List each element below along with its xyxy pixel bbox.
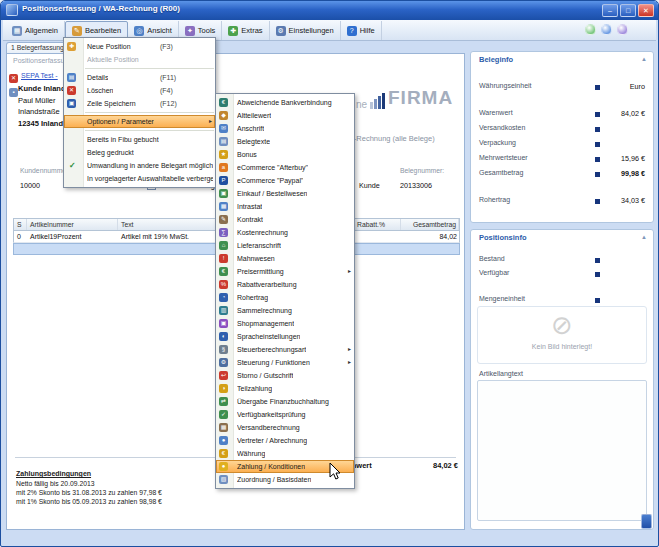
options-menu-item[interactable]: %Rabattverarbeitung xyxy=(216,278,354,291)
options-menu-item[interactable]: ◔Rohertrag xyxy=(216,291,354,304)
payment-line: mit 2% Skonto bis 31.08.2013 zu zahlen 9… xyxy=(16,488,162,497)
field-marker-icon xyxy=(595,127,600,132)
purple-sphere-icon[interactable] xyxy=(617,24,628,35)
edit-menu-item[interactable]: Optionen / Parameter▸ xyxy=(64,115,215,128)
options-menu-item[interactable]: ⌂Lieferanschrift xyxy=(216,239,354,252)
purchasing-icon: ▣ xyxy=(219,189,228,198)
options-menu-item[interactable]: ▣Shopmanagement xyxy=(216,317,354,330)
options-menu-item[interactable]: !Mahnwesen xyxy=(216,252,354,265)
options-menu-item[interactable]: €Preisermittlung▸ xyxy=(216,265,354,278)
table-cell xyxy=(355,231,401,242)
old-part-value-icon: ◆ xyxy=(219,111,228,120)
app-window: Positionserfassung / WA-Rechnung (R00) –… xyxy=(0,0,659,547)
collective-invoice-icon: ▥ xyxy=(219,306,228,315)
menu-item-label: Details xyxy=(87,71,108,84)
no-image-icon: ⊘ xyxy=(478,307,646,343)
edit-menu-item[interactable]: ✕Löschen(F4) xyxy=(64,84,215,97)
info-value: Euro xyxy=(630,82,645,91)
edit-menu-item[interactable]: Aktuelle Position xyxy=(64,53,215,66)
submenu-arrow-icon: ▸ xyxy=(348,356,351,369)
options-menu-item[interactable]: ⚙Steuerung / Funktionen▸ xyxy=(216,356,354,369)
edit-menu-item[interactable]: Bereits in Fibu gebucht xyxy=(64,133,215,146)
menu-item-label: Währung xyxy=(237,447,265,460)
column-header[interactable]: Gesamtbetrag xyxy=(403,219,459,230)
options-menu-item[interactable]: ▤Belegtexte xyxy=(216,135,354,148)
submenu-arrow-icon: ▸ xyxy=(209,115,212,128)
edit-menu-item[interactable]: ▤Details(F11) xyxy=(64,71,215,84)
new-position-icon: ✚ xyxy=(67,42,76,51)
menu-item-label: Bonus xyxy=(237,148,257,161)
field-value: 20133006 xyxy=(400,181,432,190)
options-menu-item[interactable]: ✎Kontrakt xyxy=(216,213,354,226)
options-menu-item[interactable]: ⇄Übergabe Finanzbuchhaltung xyxy=(216,395,354,408)
field-marker-icon xyxy=(595,85,600,90)
total-value: 84,02 € xyxy=(396,461,458,470)
options-menu-item[interactable]: €Abweichende Bankverbindung xyxy=(216,96,354,109)
info-label: Warenwert xyxy=(479,109,513,116)
options-menu-item[interactable]: ▣Einkauf / Bestellwesen xyxy=(216,187,354,200)
options-menu-item[interactable]: PeCommerce "Paypal" xyxy=(216,174,354,187)
title-bar[interactable]: Positionserfassung / WA-Rechnung (R00) –… xyxy=(1,1,658,20)
menu-item-shortcut: (F11) xyxy=(160,71,176,84)
menu-tab-label: Hilfe xyxy=(360,26,375,35)
info-label: Währungseinheit xyxy=(479,82,532,89)
options-menu-item[interactable]: ↩Storno / Gutschrift xyxy=(216,369,354,382)
menu-item-label: Zahlung / Konditionen xyxy=(237,460,305,473)
menu-item-label: Neue Position xyxy=(87,40,131,53)
options-menu-item[interactable]: €Währung xyxy=(216,447,354,460)
info-label: Gesamtbetrag xyxy=(479,169,523,176)
field-marker-icon xyxy=(595,258,600,263)
shop-management-icon: ▣ xyxy=(219,319,228,328)
edit-menu-item[interactable]: ▣Zeile Speichern(F12) xyxy=(64,97,215,110)
edit-menu-item[interactable]: Beleg gedruckt xyxy=(64,146,215,159)
menu-item-label: Lieferanschrift xyxy=(237,239,281,252)
options-menu-item[interactable]: ▦Intrastat xyxy=(216,200,354,213)
maximize-button[interactable]: □ xyxy=(620,4,636,17)
options-menu-item[interactable]: ▥Sammelrechnung xyxy=(216,304,354,317)
options-menu-item[interactable]: ∑Kostenrechnung xyxy=(216,226,354,239)
options-menu-item[interactable]: ◆Altteilewert xyxy=(216,109,354,122)
langtext-box[interactable] xyxy=(477,380,647,521)
options-menu-item[interactable]: ◑Teilzahlung xyxy=(216,382,354,395)
menu-item-label: Rohertrag xyxy=(237,291,268,304)
edit-menu-item[interactable]: In vorgelagerter Auswahltabelle verberge… xyxy=(64,172,215,185)
column-header[interactable]: Artikelnummer xyxy=(28,219,118,230)
options-menu-item[interactable]: aeCommerce "Afterbuy" xyxy=(216,161,354,174)
menu-item-label: Intrastat xyxy=(237,200,262,213)
info-value: 15,96 € xyxy=(621,154,645,163)
menu-item-label: Übergabe Finanzbuchhaltung xyxy=(237,395,329,408)
column-header[interactable]: Rabatt.% xyxy=(355,219,401,230)
edit-menu-item[interactable]: ✚Neue Position(F3) xyxy=(64,40,215,53)
menu-tab-label: Extras xyxy=(241,26,262,35)
options-menu-item[interactable]: ◐Spracheinstellungen xyxy=(216,330,354,343)
minimize-button[interactable]: – xyxy=(602,4,618,17)
blue-sphere-icon[interactable] xyxy=(601,24,612,35)
field-marker-icon xyxy=(595,157,600,162)
options-menu-item[interactable]: ●Vertreter / Abrechnung xyxy=(216,434,354,447)
menu-tab-extras[interactable]: ✚Extras xyxy=(222,21,269,40)
field-value: Kunde xyxy=(359,181,380,190)
options-menu-item[interactable]: ✉Anschrift xyxy=(216,122,354,135)
edit-menu-item[interactable]: ✓Umwandlung in andere Belegart möglich xyxy=(64,159,215,172)
bonus-icon: ★ xyxy=(219,150,228,159)
close-button[interactable]: ✕ xyxy=(638,4,654,17)
edit-menu: ✚Neue Position(F3)Aktuelle Position▤Deta… xyxy=(63,37,216,188)
options-menu-item[interactable]: ★Bonus xyxy=(216,148,354,161)
options-menu-item[interactable]: ✓Verfügbarkeitsprüfung xyxy=(216,408,354,421)
window-resize-grip[interactable] xyxy=(641,514,652,529)
options-menu-item[interactable]: §Steuerberechnungsart▸ xyxy=(216,343,354,356)
menu-tab-allgemein[interactable]: ▦Allgemein xyxy=(6,21,65,40)
options-menu-item[interactable]: ▦Versandberechnung xyxy=(216,421,354,434)
info-label: Verfügbar xyxy=(479,269,509,276)
green-sphere-icon[interactable] xyxy=(585,24,596,35)
menu-tab-hilfe[interactable]: ?Hilfe xyxy=(341,21,382,40)
beleginfo-rows: WährungseinheitEuroWarenwert84,02 €Versa… xyxy=(471,52,653,222)
menu-item-shortcut: (F4) xyxy=(160,84,173,97)
column-header[interactable]: S xyxy=(15,219,27,230)
intrastat-icon: ▦ xyxy=(219,202,228,211)
beleginfo-group: Beleginfo ▲ WährungseinheitEuroWarenwert… xyxy=(470,51,654,223)
menu-tab-einstellungen[interactable]: ⚙Einstellungen xyxy=(270,21,341,40)
einstellungen-icon: ⚙ xyxy=(276,26,286,36)
info-row: Verfügbar xyxy=(479,269,645,280)
extras-icon: ✚ xyxy=(228,26,238,36)
